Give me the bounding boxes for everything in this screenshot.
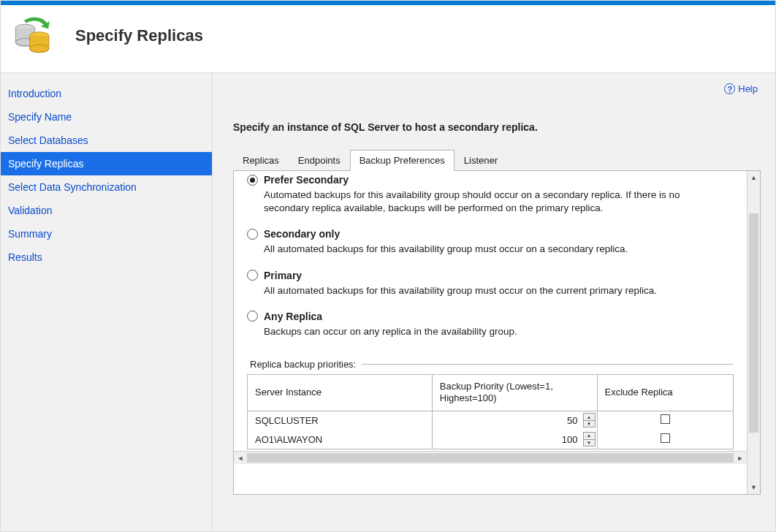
cell-exclude: [597, 430, 733, 449]
option-title: Any Replica: [264, 311, 322, 322]
option-title: Prefer Secondary: [264, 174, 349, 186]
cell-server: AO1\ALWAYON: [248, 430, 432, 449]
nav-specify-replicas[interactable]: Specify Replicas: [1, 152, 212, 175]
option-title: Secondary only: [264, 228, 340, 240]
cell-server: SQLCLUSTER: [248, 411, 432, 430]
spinner-down-icon[interactable]: ▼: [583, 440, 596, 447]
table-row: AO1\ALWAYON 100 ▲ ▼: [248, 430, 733, 449]
option-any-replica: Any Replica Backups can occur on any rep…: [247, 311, 726, 338]
cell-exclude: [597, 411, 733, 430]
table-row: SQLCLUSTER 50 ▲ ▼: [248, 411, 733, 430]
backup-options: Prefer Secondary Automated backups for t…: [234, 171, 747, 354]
scroll-h-thumb[interactable]: [247, 453, 734, 463]
option-desc: All automated backups for this availabil…: [264, 243, 726, 256]
tab-endpoints[interactable]: Endpoints: [289, 150, 350, 171]
vertical-scrollbar[interactable]: ▲ ▼: [747, 171, 760, 494]
nav-results[interactable]: Results: [1, 246, 212, 269]
priority-value: 50: [567, 415, 577, 426]
panel-content: Prefer Secondary Automated backups for t…: [234, 171, 747, 494]
scroll-v-thumb[interactable]: [749, 213, 758, 433]
help-link[interactable]: ? Help: [724, 83, 758, 94]
tab-backup-preferences[interactable]: Backup Preferences: [350, 150, 454, 171]
nav-specify-name[interactable]: Specify Name: [1, 105, 212, 129]
content-inner: Specify an instance of SQL Server to hos…: [213, 73, 775, 531]
nav-introduction[interactable]: Introduction: [1, 82, 212, 105]
nav-validation[interactable]: Validation: [1, 199, 212, 222]
help-label: Help: [738, 83, 758, 94]
exclude-checkbox[interactable]: [661, 414, 670, 424]
divider: [362, 364, 734, 365]
option-desc: All automated backups for this availabil…: [264, 284, 726, 297]
cell-priority[interactable]: 50 ▲ ▼: [432, 411, 597, 430]
priority-spinner[interactable]: ▲ ▼: [583, 413, 596, 428]
priorities-label: Replica backup priorities:: [250, 359, 356, 370]
scroll-up-icon[interactable]: ▲: [748, 171, 760, 184]
header: Specify Replicas: [1, 5, 775, 73]
spinner-up-icon[interactable]: ▲: [583, 413, 596, 421]
tab-panel: Prefer Secondary Automated backups for t…: [233, 171, 761, 495]
scroll-down-icon[interactable]: ▼: [748, 481, 760, 494]
body: Introduction Specify Name Select Databas…: [1, 73, 775, 531]
footer-spacer: [233, 495, 761, 531]
spinner-up-icon[interactable]: ▲: [583, 432, 596, 440]
col-exclude-replica: Exclude Replica: [597, 375, 733, 411]
priority-value: 100: [562, 434, 578, 445]
option-prefer-secondary: Prefer Secondary Automated backups for t…: [247, 174, 726, 215]
scroll-right-icon[interactable]: ►: [734, 452, 747, 464]
help-icon: ?: [724, 83, 735, 94]
tab-replicas[interactable]: Replicas: [233, 150, 289, 171]
instruction-text: Specify an instance of SQL Server to hos…: [233, 121, 761, 133]
radio-secondary-only[interactable]: [247, 229, 258, 240]
radio-prefer-secondary[interactable]: [247, 175, 258, 186]
scroll-left-icon[interactable]: ◄: [234, 452, 247, 464]
scroll-v-track[interactable]: [748, 184, 760, 481]
nav-select-databases[interactable]: Select Databases: [1, 129, 212, 152]
scroll-h-track[interactable]: [247, 452, 734, 464]
tab-listener[interactable]: Listener: [454, 150, 507, 171]
priority-spinner[interactable]: ▲ ▼: [583, 432, 596, 446]
content-area: ? Help Specify an instance of SQL Server…: [213, 73, 775, 531]
spinner-down-icon[interactable]: ▼: [583, 421, 596, 428]
option-secondary-only: Secondary only All automated backups for…: [247, 228, 726, 256]
col-server-instance: Server Instance: [248, 375, 432, 411]
radio-primary[interactable]: [247, 270, 258, 281]
tabs: Replicas Endpoints Backup Preferences Li…: [233, 149, 761, 171]
page-title: Specify Replicas: [75, 26, 203, 45]
option-primary: Primary All automated backups for this a…: [247, 270, 726, 297]
cell-priority[interactable]: 100 ▲ ▼: [432, 430, 597, 449]
exclude-checkbox[interactable]: [661, 433, 670, 443]
option-desc: Automated backups for this availability …: [264, 189, 726, 215]
wizard-nav: Introduction Specify Name Select Databas…: [1, 73, 213, 531]
option-desc: Backups can occur on any replica in the …: [264, 325, 726, 338]
col-backup-priority: Backup Priority (Lowest=1, Highest=100): [432, 375, 597, 411]
database-icon: [12, 15, 53, 56]
nav-summary[interactable]: Summary: [1, 222, 212, 246]
priorities-table: Server Instance Backup Priority (Lowest=…: [247, 374, 734, 449]
wizard-window: Specify Replicas Introduction Specify Na…: [0, 0, 776, 532]
priorities-label-row: Replica backup priorities:: [237, 359, 747, 370]
radio-any-replica[interactable]: [247, 311, 258, 322]
nav-select-data-sync[interactable]: Select Data Synchronization: [1, 175, 212, 199]
option-title: Primary: [264, 270, 302, 281]
horizontal-scrollbar[interactable]: ◄ ►: [234, 451, 747, 464]
